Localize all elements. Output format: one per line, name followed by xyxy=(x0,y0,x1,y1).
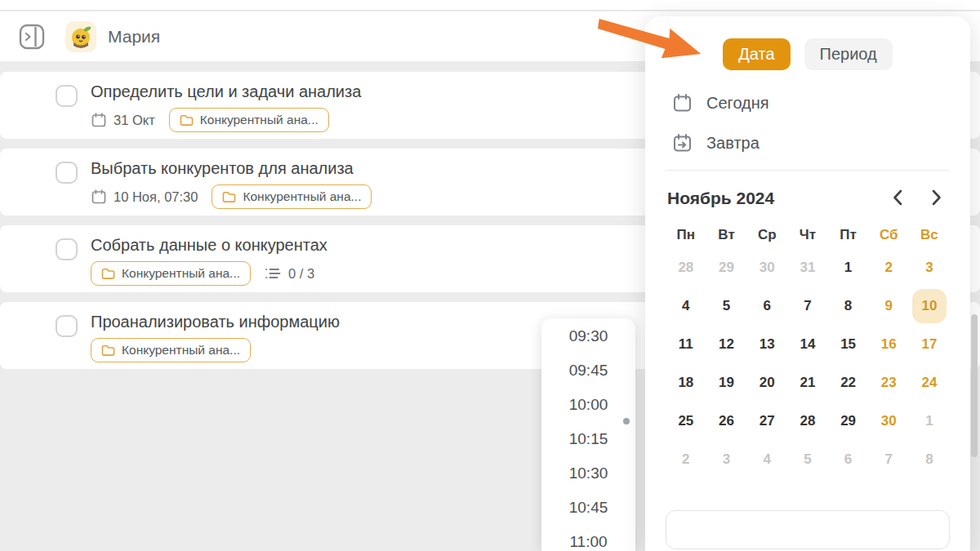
prev-month-button[interactable] xyxy=(886,186,911,211)
task-checklist-count: 0 / 3 xyxy=(265,266,314,282)
calendar-day[interactable]: 1 xyxy=(912,404,947,438)
calendar-day[interactable]: 15 xyxy=(831,327,866,362)
calendar-icon xyxy=(91,189,107,205)
calendar-day[interactable]: 3 xyxy=(710,442,744,477)
weekday-label: Вт xyxy=(718,227,734,243)
time-option[interactable]: 09:30 xyxy=(541,319,635,353)
month-label: Ноябрь 2024 xyxy=(667,189,774,208)
calendar-day[interactable]: 7 xyxy=(791,289,825,323)
calendar-day[interactable]: 20 xyxy=(750,366,784,400)
calendar-day[interactable]: 23 xyxy=(871,366,906,400)
folder-icon xyxy=(222,191,236,203)
quick-options: Сегодня Завтра xyxy=(666,83,950,163)
calendar-day[interactable]: 29 xyxy=(710,251,744,285)
calendar-day[interactable]: 30 xyxy=(871,404,906,438)
calendar-day[interactable]: 19 xyxy=(710,366,744,400)
task-project-tag[interactable]: Конкурентный ана... xyxy=(91,261,251,286)
calendar-day[interactable]: 13 xyxy=(750,327,784,362)
time-option[interactable]: 11:00 xyxy=(541,525,635,551)
quick-option-tomorrow-label: Завтра xyxy=(706,134,760,153)
task-meta: Конкурентный ана... xyxy=(91,338,340,362)
task-project-tag[interactable]: Конкурентный ана... xyxy=(91,338,251,362)
top-strip xyxy=(0,0,980,11)
calendar-day[interactable]: 2 xyxy=(871,251,906,285)
calendar-day[interactable]: 27 xyxy=(750,404,784,438)
calendar-day[interactable]: 5 xyxy=(710,289,744,323)
chevron-right-icon xyxy=(925,187,947,208)
calendar-day[interactable]: 3 xyxy=(912,251,947,285)
quick-option-tomorrow[interactable]: Завтра xyxy=(666,123,950,163)
user-name: Мария xyxy=(108,27,160,47)
time-option[interactable]: 10:45 xyxy=(541,491,635,525)
calendar-day[interactable]: 1 xyxy=(831,251,866,285)
quick-option-today-label: Сегодня xyxy=(706,94,769,113)
calendar-day[interactable]: 16 xyxy=(871,327,906,362)
weekday-header: ПнВтСрЧтПтСбВс xyxy=(666,227,950,243)
calendar-day[interactable]: 29 xyxy=(831,404,866,438)
tab-date[interactable]: Дата xyxy=(723,38,790,70)
task-meta: 31 Окт Конкурентный ана... xyxy=(91,108,361,132)
date-mode-tabs: Дата Период xyxy=(666,38,950,70)
calendar-day[interactable]: 22 xyxy=(831,366,866,400)
task-checkbox[interactable] xyxy=(56,162,78,184)
task-title[interactable]: Проанализировать информацию xyxy=(91,313,340,331)
tab-period[interactable]: Период xyxy=(804,38,893,70)
avatar[interactable] xyxy=(65,21,96,52)
task-checkbox[interactable] xyxy=(56,85,78,107)
task-project-tag-label: Конкурентный ана... xyxy=(243,189,361,204)
calendar-day[interactable]: 25 xyxy=(669,404,703,438)
task-project-tag-label: Конкурентный ана... xyxy=(200,113,318,127)
weekday-label: Вс xyxy=(920,227,938,243)
task-due-date-label: 10 Ноя, 07:30 xyxy=(114,189,198,205)
month-header: Ноябрь 2024 xyxy=(666,186,950,211)
calendar-day[interactable]: 2 xyxy=(669,442,703,477)
calendar-day[interactable]: 10 xyxy=(912,289,947,323)
calendar-day[interactable]: 21 xyxy=(791,366,825,400)
page-scrollbar[interactable] xyxy=(971,314,978,457)
date-picker-panel: Дата Период Сегодня Завтра xyxy=(645,16,970,551)
calendar-day[interactable]: 28 xyxy=(669,251,703,285)
calendar-day[interactable]: 7 xyxy=(871,442,906,477)
calendar-day[interactable]: 4 xyxy=(669,289,703,323)
task-checkbox[interactable] xyxy=(56,238,78,260)
calendar-day[interactable]: 18 xyxy=(669,366,703,400)
calendar-day[interactable]: 31 xyxy=(791,251,825,285)
time-option[interactable]: 10:15 xyxy=(541,422,635,456)
calendar-day[interactable]: 14 xyxy=(791,327,825,362)
weekday-label: Сб xyxy=(880,227,898,243)
panel-divider xyxy=(666,170,950,171)
calendar-day[interactable]: 4 xyxy=(750,442,784,477)
calendar-day[interactable]: 9 xyxy=(871,289,906,323)
date-input-field[interactable] xyxy=(666,510,950,549)
calendar-day[interactable]: 5 xyxy=(791,442,825,477)
time-option[interactable]: 10:30 xyxy=(541,456,635,491)
calendar-day[interactable]: 12 xyxy=(710,327,744,362)
calendar-day[interactable]: 24 xyxy=(912,366,947,400)
calendar-day[interactable]: 30 xyxy=(750,251,784,285)
calendar-day[interactable]: 6 xyxy=(750,289,784,323)
task-project-tag[interactable]: Конкурентный ана... xyxy=(169,108,329,132)
sidebar-toggle-button[interactable] xyxy=(18,23,46,51)
chevron-left-icon xyxy=(888,187,909,208)
task-project-tag[interactable]: Конкурентный ана... xyxy=(212,184,372,209)
calendar-day[interactable]: 6 xyxy=(831,442,866,477)
time-option[interactable]: 10:00 xyxy=(541,388,635,422)
task-due-date[interactable]: 31 Окт xyxy=(91,112,155,128)
next-month-button[interactable] xyxy=(924,186,948,211)
calendar-day[interactable]: 11 xyxy=(669,327,703,362)
calendar-day[interactable]: 8 xyxy=(831,289,866,323)
time-scroll-indicator xyxy=(623,418,630,424)
calendar-day[interactable]: 17 xyxy=(912,327,947,362)
task-title[interactable]: Собрать данные о конкурентах xyxy=(91,236,327,255)
calendar-day[interactable]: 8 xyxy=(912,442,947,477)
quick-option-today[interactable]: Сегодня xyxy=(666,83,950,123)
time-option[interactable]: 09:45 xyxy=(541,353,635,388)
task-title[interactable]: Выбрать конкурентов для анализа xyxy=(91,159,372,178)
calendar-day[interactable]: 28 xyxy=(791,404,825,438)
time-options: 09:3009:4510:0010:1510:3010:4511:00 xyxy=(541,319,635,551)
calendar-day[interactable]: 26 xyxy=(710,404,744,438)
task-checkbox[interactable] xyxy=(56,315,78,337)
calendar-grid: 2829303112345678910111213141516171819202… xyxy=(666,248,950,478)
task-title[interactable]: Определить цели и задачи анализа xyxy=(91,82,361,101)
task-due-date[interactable]: 10 Ноя, 07:30 xyxy=(91,189,198,205)
